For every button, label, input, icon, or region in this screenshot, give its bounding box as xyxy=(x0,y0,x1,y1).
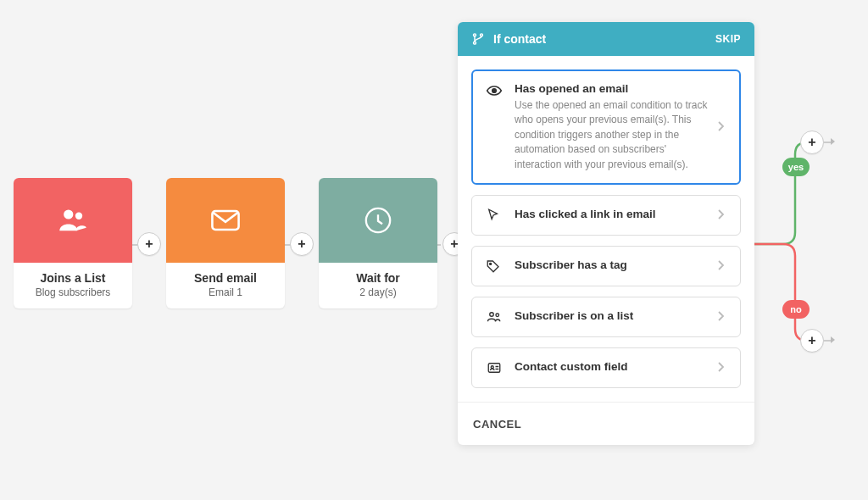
clock-icon xyxy=(361,203,395,237)
svg-point-4 xyxy=(474,34,476,36)
node-subtitle: Blog subscribers xyxy=(20,286,125,298)
add-step-yes-button[interactable]: + xyxy=(800,131,824,154)
tag-icon xyxy=(486,258,504,274)
arrow-icon xyxy=(831,336,835,343)
option-title: Subscriber is on a list xyxy=(515,309,708,322)
node-title: Send email xyxy=(173,271,278,285)
cursor-icon xyxy=(486,208,504,223)
svg-point-6 xyxy=(474,42,476,44)
branch-pill-yes: yes xyxy=(782,158,810,176)
add-step-no-button[interactable]: + xyxy=(800,329,824,353)
option-title: Has clicked a link in email xyxy=(515,208,708,220)
option-title: Subscriber has a tag xyxy=(515,258,708,271)
branch-icon xyxy=(471,32,485,46)
svg-point-5 xyxy=(481,34,483,36)
skip-button[interactable]: SKIP xyxy=(715,33,741,45)
option-title: Contact custom field xyxy=(515,360,708,373)
condition-option-has-tag[interactable]: Subscriber has a tag xyxy=(471,246,741,286)
branch-path-yes xyxy=(754,139,814,249)
connector-line xyxy=(824,142,831,143)
flow-node-wait[interactable]: Wait for 2 day(s) xyxy=(319,178,437,308)
eye-icon xyxy=(486,82,504,99)
chevron-right-icon xyxy=(718,360,726,375)
condition-option-on-list[interactable]: Subscriber is on a list xyxy=(471,297,741,337)
branch-pill-no: no xyxy=(782,300,810,319)
flow-node-send-email[interactable]: Send email Email 1 xyxy=(166,178,285,308)
group-icon xyxy=(486,309,504,325)
chevron-right-icon xyxy=(718,309,726,325)
users-icon xyxy=(55,203,91,238)
node-title: Wait for xyxy=(326,271,431,285)
panel-title: If contact xyxy=(493,32,546,46)
svg-rect-11 xyxy=(488,364,500,373)
svg-point-0 xyxy=(64,209,73,219)
node-subtitle: 2 day(s) xyxy=(326,286,431,298)
chevron-right-icon xyxy=(718,208,726,223)
svg-point-9 xyxy=(490,313,494,317)
panel-header: If contact SKIP xyxy=(458,22,754,56)
id-card-icon xyxy=(486,360,504,375)
node-subtitle: Email 1 xyxy=(173,286,278,298)
add-step-button[interactable]: + xyxy=(137,232,161,256)
svg-point-8 xyxy=(490,263,492,264)
option-description: Use the opened an email condition to tra… xyxy=(515,98,708,172)
flow-node-joins-list[interactable]: Joins a List Blog subscribers xyxy=(14,178,132,308)
connector-line xyxy=(824,340,831,342)
arrow-icon xyxy=(831,138,835,145)
svg-point-1 xyxy=(75,213,82,219)
svg-point-12 xyxy=(491,366,493,369)
chevron-right-icon xyxy=(718,258,726,274)
cancel-button[interactable]: CANCEL xyxy=(473,418,521,431)
condition-panel: If contact SKIP Has opened an email Use … xyxy=(458,22,754,445)
svg-point-10 xyxy=(496,314,499,317)
node-title: Joins a List xyxy=(20,271,125,285)
svg-point-7 xyxy=(492,89,497,93)
condition-option-custom-field[interactable]: Contact custom field xyxy=(471,347,741,388)
condition-option-clicked-link[interactable]: Has clicked a link in email xyxy=(471,195,741,236)
condition-option-opened-email[interactable]: Has opened an email Use the opened an em… xyxy=(471,69,741,185)
add-step-button[interactable]: + xyxy=(290,232,314,256)
mail-icon xyxy=(207,202,244,239)
option-title: Has opened an email xyxy=(515,82,708,95)
chevron-right-icon xyxy=(718,119,726,135)
